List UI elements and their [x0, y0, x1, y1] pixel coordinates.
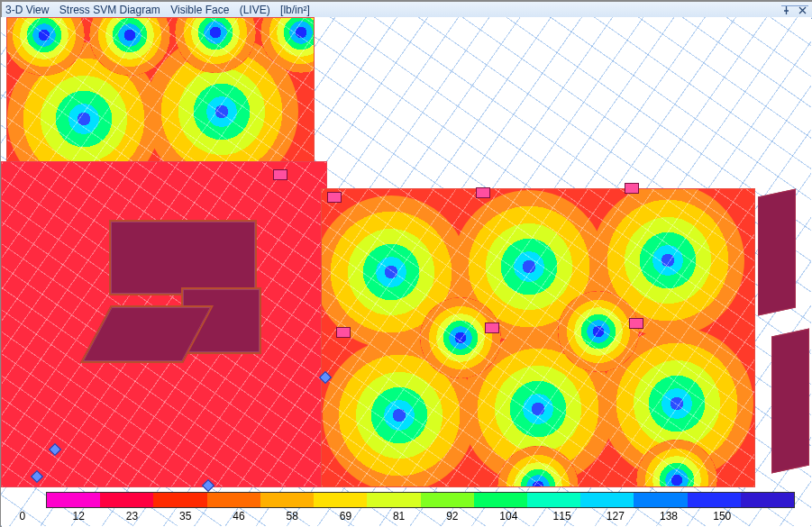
legend-tick: 150: [713, 510, 766, 522]
legend-swatch: [47, 493, 100, 507]
title-diagram: Stress SVM Diagram: [59, 4, 160, 16]
core-wall-1: [109, 220, 257, 295]
color-legend: 01223354658698192104115127138150: [46, 492, 793, 521]
legend-swatch: [100, 493, 153, 507]
legend-tick: 23: [126, 510, 179, 522]
viewport-3d[interactable]: 01223354658698192104115127138150: [1, 17, 811, 526]
legend-tick: 35: [179, 510, 233, 522]
wall-right-1: [758, 189, 796, 316]
legend-swatch: [688, 493, 741, 507]
title-unit: [lb/in²]: [280, 4, 310, 16]
legend-tick: 104: [499, 510, 552, 522]
legend-tick: 127: [607, 510, 660, 522]
wall-right-2: [771, 329, 809, 474]
legend-tick: 115: [553, 510, 607, 522]
pin-icon[interactable]: [781, 6, 790, 15]
legend-swatch: [367, 493, 420, 507]
legend-labels: 01223354658698192104115127138150: [46, 510, 793, 522]
window-title: 3-D View Stress SVM Diagram Visible Face…: [5, 4, 317, 16]
legend-swatch: [741, 493, 794, 507]
legend-swatch: [474, 493, 527, 507]
legend-swatch: [207, 493, 260, 507]
legend-tick: 92: [446, 510, 499, 522]
legend-tick: 58: [286, 510, 339, 522]
legend-bar: [46, 492, 795, 508]
title-view: 3-D View: [5, 4, 49, 16]
close-icon[interactable]: [798, 6, 807, 15]
legend-swatch: [314, 493, 367, 507]
slab-upper: [6, 17, 315, 163]
legend-tick: 138: [660, 510, 713, 522]
legend-swatch: [260, 493, 314, 507]
legend-tick: 46: [233, 510, 286, 522]
title-case: (LIVE): [240, 4, 270, 16]
legend-swatch: [580, 493, 634, 507]
slab-right: [321, 188, 755, 487]
legend-swatch: [527, 493, 580, 507]
legend-swatch: [421, 493, 474, 507]
legend-tick: 81: [393, 510, 446, 522]
legend-swatch: [153, 493, 206, 507]
title-face: Visible Face: [170, 4, 229, 16]
legend-swatch: [634, 493, 687, 507]
legend-tick: 69: [340, 510, 393, 522]
legend-tick: 0: [19, 510, 72, 522]
legend-tick: 12: [73, 510, 126, 522]
